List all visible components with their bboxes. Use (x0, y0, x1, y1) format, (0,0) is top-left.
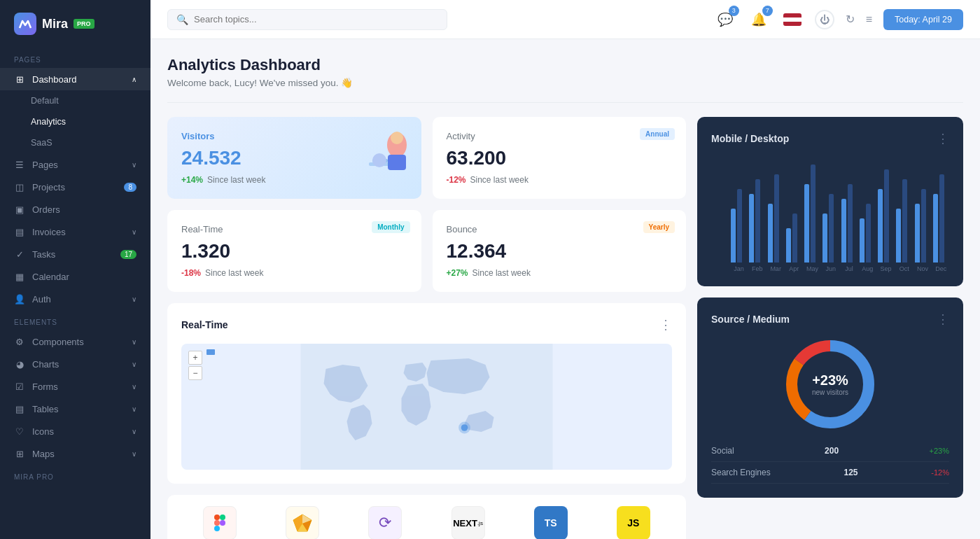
messages-button[interactable]: 💬 3 (714, 8, 736, 31)
x-axis-label: Feb (749, 265, 765, 272)
dark-bar (896, 209, 901, 262)
language-selector[interactable] (781, 8, 804, 31)
power-button[interactable]: ⏻ (815, 10, 834, 29)
messages-badge: 3 (729, 6, 739, 16)
svg-point-8 (458, 422, 470, 434)
light-bar (866, 204, 871, 262)
svg-point-2 (391, 132, 403, 144)
source-medium-title: Source / Medium (711, 314, 790, 325)
sidebar-item-calendar[interactable]: ▦ Calendar (0, 265, 150, 288)
sidebar-item-maps[interactable]: ⊞ Maps ∨ (0, 442, 150, 465)
sidebar-item-tasks[interactable]: ✓ Tasks 17 (0, 243, 150, 265)
sidebar-label-maps: Maps (32, 449, 55, 459)
activity-label: Activity (447, 131, 673, 141)
source-change-social: +23% (930, 447, 949, 455)
sidebar-label-tables: Tables (32, 404, 59, 414)
source-table: Social 200 +23% Search Engines 125 -12% (711, 440, 949, 484)
sidebar-item-invoices[interactable]: ▤ Invoices ∨ (0, 220, 150, 243)
world-map-svg (181, 344, 672, 470)
sidebar-item-default[interactable]: Default (0, 90, 150, 111)
tasks-icon: ✓ (14, 248, 25, 260)
bar-group (786, 214, 802, 262)
redux-logo: ⟳ (368, 506, 402, 539)
x-axis-label: Jan (731, 265, 747, 272)
svg-point-5 (372, 153, 386, 167)
bar-group (860, 204, 876, 262)
x-axis-label: Dec (933, 265, 949, 272)
source-name-social: Social (711, 446, 734, 456)
bounce-label: Bounce (447, 224, 673, 234)
activity-change-text: Since last week (470, 175, 528, 185)
figma-logo (203, 506, 237, 539)
activity-change-pct: -12% (447, 175, 466, 185)
sidebar-label-default: Default (31, 96, 59, 106)
bounce-value: 12.364 (447, 240, 673, 262)
map-zoom-in-button[interactable]: + (188, 351, 202, 365)
realtime-change-text: Since last week (205, 268, 263, 278)
dark-bar (933, 194, 938, 262)
source-medium-more-icon[interactable]: ⋮ (937, 312, 949, 327)
svg-rect-10 (214, 520, 220, 526)
refresh-icon[interactable]: ↻ (846, 13, 855, 26)
dark-bar (878, 189, 883, 262)
dark-bar (731, 209, 736, 262)
auth-icon: 👤 (14, 293, 25, 304)
source-change-search: -12% (931, 468, 949, 477)
light-bar (737, 189, 742, 262)
search-bar[interactable]: 🔍 (167, 9, 447, 30)
projects-icon: ◫ (14, 181, 25, 192)
notifications-button[interactable]: 🔔 7 (748, 8, 770, 31)
sidebar-item-tables[interactable]: ▤ Tables ∨ (0, 398, 150, 420)
sidebar-label-invoices: Invoices (32, 227, 66, 237)
chevron-maps-icon: ∨ (132, 450, 136, 458)
map-controls: + − (188, 351, 202, 380)
dark-bar (749, 194, 754, 262)
map-card-title: Real-Time (181, 319, 228, 330)
sidebar-item-pages[interactable]: ☰ Pages ∨ (0, 153, 150, 176)
sidebar-item-projects[interactable]: ◫ Projects 8 (0, 176, 150, 198)
sidebar-item-analytics[interactable]: Analytics (0, 111, 150, 132)
sidebar-label-tasks: Tasks (32, 249, 55, 260)
dark-bar (915, 204, 920, 262)
x-axis-label: Oct (896, 265, 912, 272)
map-more-icon[interactable]: ⋮ (659, 317, 672, 332)
sidebar-label-orders: Orders (32, 204, 60, 215)
pages-icon: ☰ (14, 159, 25, 170)
sidebar-item-charts[interactable]: ◕ Charts ∨ (0, 353, 150, 375)
pro-badge: PRO (74, 19, 94, 29)
sidebar-item-icons[interactable]: ♡ Icons ∨ (0, 420, 150, 442)
dark-bar (768, 204, 773, 262)
filter-icon[interactable]: ≡ (866, 13, 872, 26)
activity-change: -12% Since last week (447, 175, 673, 185)
sidebar-item-components[interactable]: ⚙ Components ∨ (0, 330, 150, 353)
donut-center-text: +23% new visitors (812, 372, 848, 396)
sidebar-label-icons: Icons (32, 426, 54, 437)
search-input[interactable] (194, 14, 438, 24)
x-axis-label: May (804, 265, 820, 272)
bar-group (896, 179, 912, 262)
mobile-desktop-more-icon[interactable]: ⋮ (937, 131, 949, 146)
maps-icon: ⊞ (14, 448, 25, 459)
realtime-badge: Monthly (372, 221, 410, 233)
map-zoom-out-button[interactable]: − (188, 366, 202, 380)
map-flag (206, 349, 215, 355)
chevron-tables-icon: ∨ (132, 405, 136, 413)
sidebar-item-dashboard[interactable]: ⊞ Dashboard ∧ (0, 68, 150, 90)
today-button[interactable]: Today: April 29 (883, 9, 963, 30)
chevron-components-icon: ∨ (132, 338, 136, 346)
light-bar (829, 194, 834, 262)
sidebar-item-auth[interactable]: 👤 Auth ∨ (0, 288, 150, 310)
mobile-desktop-header: Mobile / Desktop ⋮ (711, 131, 949, 146)
activity-value: 63.200 (447, 147, 673, 169)
sidebar-item-orders[interactable]: ▣ Orders (0, 198, 150, 220)
sidebar-item-forms[interactable]: ☑ Forms ∨ (0, 375, 150, 398)
visitors-change-pct: +14% (181, 175, 203, 185)
charts-icon: ◕ (14, 358, 25, 370)
page-subtitle: Welcome back, Lucy! We've missed you. 👋 (167, 77, 353, 88)
source-row-search: Search Engines 125 -12% (711, 462, 949, 484)
content-split: Visitors 24.532 (167, 117, 963, 539)
activity-card: Activity Annual 63.200 -12% Since last w… (433, 117, 687, 199)
logo-icon (14, 13, 36, 35)
sidebar-item-saas[interactable]: SaaS (0, 132, 150, 153)
sidebar-label-projects: Projects (32, 182, 65, 192)
